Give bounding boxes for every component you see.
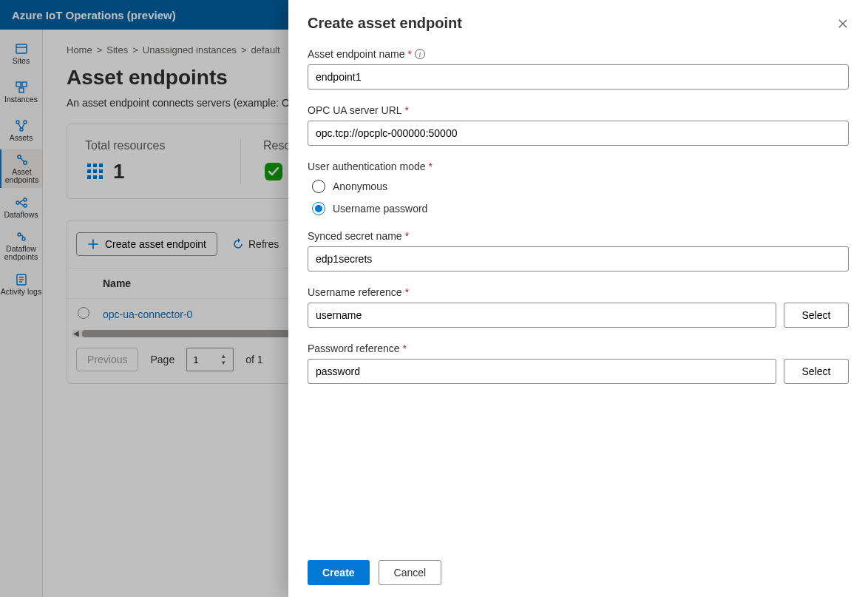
- field-label: User authentication mode: [308, 161, 426, 172]
- field-username-ref: Username reference * Select: [308, 286, 849, 328]
- close-icon[interactable]: [837, 18, 849, 30]
- cancel-button[interactable]: Cancel: [379, 560, 442, 585]
- username-select-button[interactable]: Select: [784, 303, 849, 328]
- panel-title: Create asset endpoint: [308, 15, 462, 32]
- required-marker: *: [408, 48, 412, 60]
- secret-name-input[interactable]: [308, 246, 849, 271]
- endpoint-name-input[interactable]: [308, 64, 849, 90]
- radio-icon: [312, 202, 325, 215]
- auth-anonymous-radio[interactable]: Anonymous: [312, 180, 849, 193]
- radio-icon: [312, 180, 325, 193]
- panel-footer: Create Cancel: [288, 548, 868, 597]
- field-endpoint-name: Asset endpoint name * i: [308, 48, 849, 90]
- field-label: Username reference: [308, 286, 402, 298]
- required-marker: *: [403, 343, 407, 354]
- required-marker: *: [405, 286, 409, 298]
- field-secret-name: Synced secret name *: [308, 230, 849, 271]
- opc-url-input[interactable]: [308, 121, 849, 146]
- info-icon[interactable]: i: [415, 49, 425, 59]
- create-asset-endpoint-panel: Create asset endpoint Asset endpoint nam…: [288, 0, 868, 597]
- radio-label: Username password: [333, 203, 427, 215]
- password-select-button[interactable]: Select: [784, 359, 849, 384]
- required-marker: *: [405, 230, 409, 242]
- required-marker: *: [405, 104, 409, 116]
- password-ref-input[interactable]: [308, 359, 776, 384]
- required-marker: *: [429, 161, 433, 172]
- field-auth-mode: User authentication mode * Anonymous Use…: [308, 161, 849, 215]
- field-opc-url: OPC UA server URL *: [308, 104, 849, 146]
- auth-username-password-radio[interactable]: Username password: [312, 202, 849, 215]
- username-ref-input[interactable]: [308, 303, 776, 328]
- create-button[interactable]: Create: [308, 560, 370, 585]
- field-label: Password reference: [308, 343, 400, 354]
- field-label: Asset endpoint name: [308, 48, 405, 60]
- radio-label: Anonymous: [333, 181, 387, 192]
- field-label: Synced secret name: [308, 230, 402, 242]
- field-label: OPC UA server URL: [308, 104, 402, 116]
- field-password-ref: Password reference * Select: [308, 343, 849, 384]
